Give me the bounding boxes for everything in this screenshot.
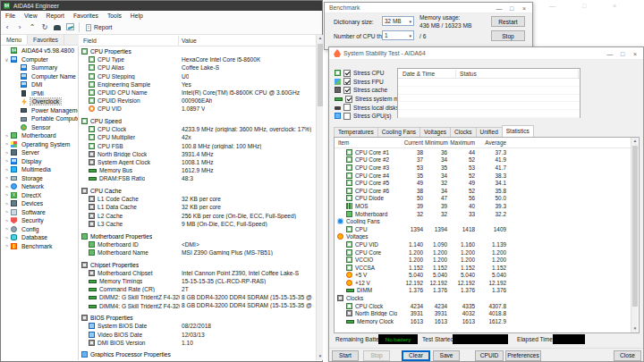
tab-cooling-fans[interactable]: Cooling Fans [377,127,420,137]
tree-item-computer[interactable]: ∨Computer [1,55,78,64]
statistics-scrollbar[interactable]: ▲ ▼ [631,138,638,333]
preferences-button[interactable]: Preferences [505,350,541,361]
tree-expander-icon[interactable]: > [3,175,11,181]
field-row-engineering-sample[interactable]: Engineering SampleYes [80,80,316,88]
tree-item-power-management[interactable]: Power Management [1,106,78,115]
stop-button[interactable]: Stop [491,30,525,41]
report-button[interactable]: Report [82,24,115,31]
field-row-l2-cache[interactable]: L2 Cache256 KB per core (On-Die, ECC, Fu… [80,212,316,220]
stats-row-motherboard[interactable]: Motherboard32323332.2 [335,210,639,218]
tree-expander-icon[interactable]: > [3,235,11,240]
field-row-dmi-bios-version[interactable]: DMI BIOS Version1.10 [80,339,316,347]
checkbox-checked[interactable] [343,78,351,85]
stats-row-5-v[interactable]: +5 V5.0405.0405.0405.040 [335,272,639,280]
field-row-system-bios-date[interactable]: System BIOS Date08/22/2018 [80,322,316,330]
field-row-video-adapter[interactable]: Video AdapterMSI N780Ti (MS-V298) [80,359,316,360]
tree-expander-icon[interactable]: > [3,218,11,223]
stats-row-cpu-core-2[interactable]: CPU Core #237345241.9 [335,156,639,164]
tree-item-sensor[interactable]: Sensor [1,123,78,132]
tree-item-devices[interactable]: >Devices [1,199,78,208]
stats-row-dimm[interactable]: DIMM1.3761.3761.3761.376 [335,287,639,295]
field-row-cpu-type[interactable]: CPU TypeHexaCore Intel Core i5-8600K [80,55,316,63]
stats-row-mos[interactable]: MOS39394039.3 [335,202,639,210]
tab-favorites[interactable]: Favorites [28,35,64,45]
menu-view[interactable]: View [20,13,42,19]
stats-row-vccsa[interactable]: VCCSA1.1521.1521.1521.152 [335,264,639,272]
stats-row-cpu-core-5[interactable]: CPU Core #549324934.1 [335,179,639,187]
tab-voltages[interactable]: Voltages [419,127,451,137]
stats-row-cpu-core-3[interactable]: CPU Core #353355341.7 [335,164,639,172]
field-row-l1-code-cache[interactable]: L1 Code Cache32 KB per core [80,195,316,203]
minimize-button[interactable]: — [604,51,616,57]
stats-row-cpu-core[interactable]: CPU Core1.2001.2001.2001.200 [335,248,639,257]
field-row-north-bridge-clock[interactable]: North Bridge Clock3931.4 MHz [80,150,316,158]
tree-expander-icon[interactable]: > [3,209,11,215]
start-button[interactable]: Start [332,350,359,361]
clear-button[interactable]: Clear [402,350,430,361]
field-row-cpuid-revision[interactable]: CPUID Revision000906EAh [80,97,316,105]
users-button[interactable] [51,23,64,32]
stats-row-12-v[interactable]: +12 V12.19212.19212.19212.192 [335,279,639,287]
field-list-scrollbar[interactable]: ▲ ▼ [316,35,323,360]
test-log[interactable]: Date & Time Status [397,68,580,118]
tree-item-directx[interactable]: >DirectX [1,191,78,200]
stats-row-vccio[interactable]: VCCIO1.2001.2001.2001.200 [335,256,639,264]
scroll-up-icon[interactable]: ▲ [631,138,639,145]
field-row-system-agent-clock[interactable]: System Agent Clock1008.1 MHz [80,158,316,166]
maximize-button[interactable]: □ [505,5,518,12]
tab-temperatures[interactable]: Temperatures [334,127,378,137]
stats-row-memory-clock[interactable]: Memory Clock1613161316131612.9 [335,317,639,325]
tree-expander-icon[interactable]: > [3,192,11,198]
stats-col-current[interactable]: Current [397,139,425,146]
stats-row-voltages[interactable]: Voltages [335,233,639,241]
log-col-datetime[interactable]: Date & Time [402,71,435,77]
cpu-threads-select[interactable]: 1 ▾ [382,30,414,40]
field-row-video-bios-date[interactable]: Video BIOS Date12/03/13 [80,331,316,339]
stats-col-minimum[interactable]: Minimum [425,139,449,146]
close-button[interactable]: × [629,51,641,57]
scroll-thumb[interactable] [318,44,323,106]
tab-menu[interactable]: Menu [1,35,28,45]
tree-item-operating-system[interactable]: >Operating System [1,140,78,149]
checkbox-unchecked[interactable] [343,113,351,120]
refresh-button[interactable]: ↻ [38,23,51,31]
tree-item-display[interactable]: >Display [1,157,78,166]
tree-item-portable-computer[interactable]: Portable Computer [1,114,78,123]
save-button[interactable]: Save [433,350,460,361]
forward-button[interactable]: › [13,23,26,31]
stats-row-north-bridge-clock[interactable]: North Bridge Clock3931393140324018.8 [335,309,639,317]
stats-col-item[interactable]: Item [335,139,397,146]
tree-item-dmi[interactable]: DMI [1,80,78,89]
tree-expander-icon[interactable]: > [3,184,11,189]
tree-expander-icon[interactable]: > [3,150,11,156]
tree-item-motherboard[interactable]: >Motherboard [1,131,78,140]
field-row-l3-cache[interactable]: L3 Cache9 MB (On-Die, ECC, Full-Speed) [80,220,316,228]
checkbox-checked[interactable] [345,96,352,103]
field-row-dimm2-g-skill-tridentz-f4-3200c15[interactable]: DIMM2: G Skill TridentZ F4-3200C15-...8 … [80,293,316,301]
tree-expander-icon[interactable]: > [3,167,11,173]
tree-item-config[interactable]: >Config [1,225,78,234]
menu-file[interactable]: File [1,13,20,19]
tree-item-server[interactable]: >Server [1,148,78,157]
tree-expander-icon[interactable]: > [3,226,11,232]
field-row-dram-fsb-ratio[interactable]: DRAM:FSB Ratio48:3 [80,174,316,182]
tree-item-aida64-v5-98-4800[interactable]: AIDA64 v5.98.4800 [1,46,78,55]
stats-col-maximum[interactable]: Maximum [449,139,477,146]
tree-item-computer-name[interactable]: Computer Name [1,72,78,81]
tree-expander-icon[interactable]: > [3,201,11,206]
tree-item-ipmi[interactable]: IPMI [1,89,78,98]
tree-item-database[interactable]: >Database [1,233,78,242]
scroll-down-icon[interactable]: ▼ [317,353,324,360]
stats-row-cpu-core-4[interactable]: CPU Core #435345238.3 [335,172,639,180]
chart-button[interactable] [64,23,76,32]
scroll-down-icon[interactable]: ▼ [631,325,639,333]
field-row-cpu-alias[interactable]: CPU AliasCoffee Lake-S [80,63,316,72]
stats-row-cpu-core-6[interactable]: CPU Core #638345235.8 [335,187,639,195]
tree-item-overclock[interactable]: Overclock [1,97,78,106]
field-column-header[interactable]: Field [83,38,97,44]
menu-favorites[interactable]: Favorites [69,13,103,19]
tree-expander-icon[interactable]: > [3,133,11,139]
up-button[interactable]: ⌃ [26,23,38,31]
stats-row-cpu-clock[interactable]: CPU Clock4234423443354307.8 [335,302,639,310]
stats-col-average[interactable]: Average [477,139,508,146]
